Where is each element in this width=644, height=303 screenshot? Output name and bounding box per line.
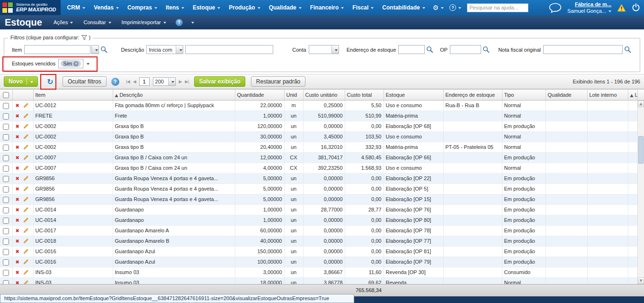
delete-icon[interactable]: ✖ xyxy=(16,249,19,254)
op-search-icon[interactable] xyxy=(483,46,490,53)
table-row[interactable]: ✖INS-03Insumo 033,00000un3,8666711,60Rev… xyxy=(0,267,637,278)
page-help-icon[interactable]: ? xyxy=(176,19,183,26)
row-select-cell[interactable] xyxy=(0,153,12,163)
edit-icon[interactable] xyxy=(23,102,29,108)
select-all-checkbox[interactable] xyxy=(3,92,9,98)
column-header[interactable]: ▲Lo xyxy=(628,90,637,101)
row-select-cell[interactable] xyxy=(0,174,12,184)
column-header[interactable]: Lote interno xyxy=(587,90,628,101)
next-page-icon[interactable]: ▶ xyxy=(179,79,182,84)
row-checkbox[interactable] xyxy=(3,259,9,266)
row-select-cell[interactable] xyxy=(0,236,12,247)
table-row[interactable]: ✖GR9856Guarda Roupa Veneza 4 portas e 4 … xyxy=(0,184,637,194)
help-search-input[interactable] xyxy=(467,3,528,12)
nota-fiscal-filter-input[interactable] xyxy=(543,45,623,54)
nota-fiscal-search-icon[interactable] xyxy=(624,46,631,53)
delete-icon[interactable]: ✖ xyxy=(16,270,19,275)
vertical-scrollbar[interactable]: ▲ ▼ xyxy=(637,101,644,284)
delete-icon[interactable]: ✖ xyxy=(16,176,19,181)
topbar-menu-item[interactable]: CRM xyxy=(67,4,85,11)
company-link[interactable]: Fábrica de m... xyxy=(575,1,611,8)
topbar-menu-item[interactable]: Produção xyxy=(229,4,260,11)
ocultar-filtros-button[interactable]: Ocultar filtros xyxy=(63,76,107,87)
delete-icon[interactable]: ✖ xyxy=(16,113,19,119)
delete-icon[interactable]: ✖ xyxy=(16,155,19,160)
settings-menu[interactable]: ⚙ xyxy=(433,4,444,11)
delete-icon[interactable]: ✖ xyxy=(16,103,19,108)
restaurar-padrao-button[interactable]: Restaurar padrão xyxy=(251,76,305,87)
row-select-cell[interactable] xyxy=(0,101,12,111)
edit-icon[interactable] xyxy=(23,113,29,119)
row-checkbox[interactable] xyxy=(3,145,9,151)
first-page-icon[interactable]: |◀ xyxy=(126,79,130,84)
row-select-cell[interactable] xyxy=(0,142,12,153)
table-row[interactable]: ✖GR9856Guarda Roupa Veneza 4 portas e 4 … xyxy=(0,174,637,184)
edit-icon[interactable] xyxy=(23,186,29,192)
chat-bubble-icon[interactable] xyxy=(549,3,562,13)
topbar-menu-item[interactable]: Itens xyxy=(166,4,184,11)
chevron-down-icon[interactable] xyxy=(191,22,194,24)
scroll-down-icon[interactable]: ▼ xyxy=(638,277,644,284)
row-select-cell[interactable] xyxy=(0,121,12,132)
row-select-cell[interactable] xyxy=(0,247,12,257)
chevron-down-icon[interactable] xyxy=(87,63,89,65)
column-header[interactable]: Qualidade xyxy=(546,90,587,101)
row-select-cell[interactable] xyxy=(0,184,12,194)
column-header[interactable]: Item xyxy=(33,90,113,101)
row-checkbox[interactable] xyxy=(3,239,9,245)
row-checkbox[interactable] xyxy=(3,113,9,119)
filters-legend[interactable]: Filtros (clique para configurar: ) xyxy=(8,35,93,40)
app-logo[interactable]: Sistema de gestão ERP MAXIPROD xyxy=(0,0,61,15)
item-filter-input[interactable] xyxy=(24,45,90,54)
row-select-cell[interactable] xyxy=(0,194,12,205)
table-row[interactable]: ✖UC-0002Graxa tipo B120,00000un0,000000,… xyxy=(0,121,637,132)
delete-icon[interactable]: ✖ xyxy=(16,124,19,129)
topbar-menu-item[interactable]: Vendas xyxy=(94,4,119,11)
delete-icon[interactable]: ✖ xyxy=(16,134,19,139)
row-select-cell[interactable] xyxy=(0,215,12,226)
delete-icon[interactable]: ✖ xyxy=(16,218,19,223)
row-select-cell[interactable] xyxy=(0,257,12,267)
table-row[interactable]: ✖UC-0014Guardanapo1,00000un0,000000,00El… xyxy=(0,215,637,226)
row-checkbox[interactable] xyxy=(3,207,9,213)
topbar-menu-item[interactable]: Estoque xyxy=(193,4,220,11)
delete-icon[interactable]: ✖ xyxy=(16,145,19,150)
edit-icon[interactable] xyxy=(23,228,29,233)
row-select-cell[interactable] xyxy=(0,226,12,236)
edit-icon[interactable] xyxy=(23,248,29,254)
edit-icon[interactable] xyxy=(23,196,29,202)
item-dropdown-button[interactable] xyxy=(91,45,99,54)
table-row[interactable]: ✖UC-0007Graxa tipo B / Caixa com 24 un4,… xyxy=(0,163,637,174)
conta-select[interactable] xyxy=(309,45,339,54)
novo-button[interactable]: Novo xyxy=(4,76,38,87)
edit-icon[interactable] xyxy=(23,123,29,129)
edit-icon[interactable] xyxy=(23,217,29,223)
row-checkbox[interactable] xyxy=(3,197,9,203)
table-row[interactable]: ✖UC-0002Graxa tipo B20,40000un16,3201033… xyxy=(0,142,637,153)
item-search-icon[interactable] xyxy=(100,46,107,53)
row-checkbox[interactable] xyxy=(3,249,9,255)
refresh-icon[interactable]: ↻ xyxy=(45,77,56,86)
row-checkbox[interactable] xyxy=(3,186,9,193)
column-header[interactable]: Endereço de estoque xyxy=(443,90,502,101)
topbar-menu-item[interactable]: Compras xyxy=(127,4,157,11)
edit-icon[interactable] xyxy=(23,207,29,212)
column-header[interactable]: Estoque xyxy=(384,90,443,101)
edit-icon[interactable] xyxy=(23,280,29,284)
column-header[interactable]: Quantidade xyxy=(235,90,284,101)
table-row[interactable]: ✖UC-0002Graxa tipo B30,00000un3,45000103… xyxy=(0,132,637,142)
remove-tag-icon[interactable]: × xyxy=(73,61,79,66)
row-select-cell[interactable] xyxy=(0,132,12,142)
topbar-menu-item[interactable]: Financeiro xyxy=(310,4,344,11)
table-row[interactable]: ✖FRETEFrete1,00000un510,99000510,99Matér… xyxy=(0,111,637,121)
endereco-filter-input[interactable] xyxy=(398,45,425,54)
edit-icon[interactable] xyxy=(23,238,29,244)
row-checkbox[interactable] xyxy=(3,176,9,182)
row-select-cell[interactable] xyxy=(0,111,12,121)
help-menu[interactable]: ? xyxy=(449,4,461,11)
table-row[interactable]: ✖UC-0016Guardanapo Azul100,00000un0,0000… xyxy=(0,257,637,267)
table-row[interactable]: ✖UC-0014Guardanapo1,00000un28,7700028,77… xyxy=(0,205,637,215)
row-checkbox[interactable] xyxy=(3,165,9,172)
delete-icon[interactable]: ✖ xyxy=(16,259,19,265)
table-row[interactable]: ✖UC-0007Graxa tipo B / Caixa com 24 un12… xyxy=(0,153,637,163)
